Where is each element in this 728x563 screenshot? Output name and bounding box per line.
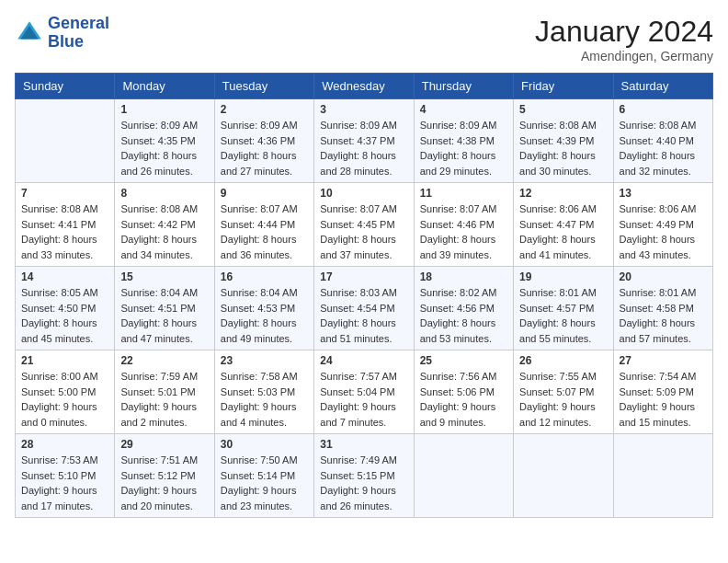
calendar-cell: 28Sunrise: 7:53 AMSunset: 5:10 PMDayligh… (16, 434, 115, 518)
day-number: 31 (320, 438, 407, 451)
day-info: Sunrise: 8:07 AMSunset: 4:46 PMDaylight:… (420, 201, 507, 262)
day-info: Sunrise: 8:09 AMSunset: 4:37 PMDaylight:… (320, 118, 407, 178)
calendar-cell: 10Sunrise: 8:07 AMSunset: 4:45 PMDayligh… (314, 183, 414, 267)
calendar-cell: 19Sunrise: 8:01 AMSunset: 4:57 PMDayligh… (514, 267, 613, 350)
calendar-cell: 21Sunrise: 8:00 AMSunset: 5:00 PMDayligh… (16, 350, 115, 434)
day-number: 30 (221, 438, 308, 451)
week-row-2: 7Sunrise: 8:08 AMSunset: 4:41 PMDaylight… (16, 183, 713, 267)
header-day-friday: Friday (514, 74, 613, 99)
header-row: SundayMondayTuesdayWednesdayThursdayFrid… (16, 74, 713, 99)
calendar-cell (414, 434, 513, 518)
day-number: 3 (320, 103, 407, 116)
location: Amendingen, Germany (535, 49, 713, 63)
day-info: Sunrise: 8:08 AMSunset: 4:39 PMDaylight:… (519, 118, 607, 178)
day-info: Sunrise: 7:50 AMSunset: 5:14 PMDaylight:… (221, 453, 308, 513)
day-info: Sunrise: 8:07 AMSunset: 4:45 PMDaylight:… (320, 201, 407, 262)
header-day-monday: Monday (115, 74, 214, 99)
day-number: 22 (120, 354, 208, 367)
week-row-5: 28Sunrise: 7:53 AMSunset: 5:10 PMDayligh… (16, 434, 713, 518)
day-number: 17 (320, 270, 407, 283)
day-number: 16 (221, 270, 308, 283)
day-info: Sunrise: 8:09 AMSunset: 4:35 PMDaylight:… (120, 118, 208, 178)
day-number: 13 (620, 187, 707, 200)
day-number: 1 (120, 103, 208, 116)
logo-line1: General (48, 14, 109, 32)
day-number: 15 (120, 270, 208, 283)
logo-text: General Blue (48, 15, 109, 52)
calendar-cell: 5Sunrise: 8:08 AMSunset: 4:39 PMDaylight… (514, 99, 613, 183)
day-info: Sunrise: 7:51 AMSunset: 5:12 PMDaylight:… (120, 453, 208, 513)
header-day-sunday: Sunday (16, 74, 115, 99)
week-row-1: 1Sunrise: 8:09 AMSunset: 4:35 PMDaylight… (16, 99, 713, 183)
logo-icon (15, 18, 44, 48)
calendar-cell: 20Sunrise: 8:01 AMSunset: 4:58 PMDayligh… (613, 267, 712, 350)
title-block: January 2024 Amendingen, Germany (535, 15, 713, 63)
calendar-cell: 17Sunrise: 8:03 AMSunset: 4:54 PMDayligh… (314, 267, 414, 350)
day-info: Sunrise: 8:04 AMSunset: 4:51 PMDaylight:… (120, 285, 208, 346)
header-day-tuesday: Tuesday (214, 74, 313, 99)
day-number: 25 (420, 354, 507, 367)
day-info: Sunrise: 8:01 AMSunset: 4:58 PMDaylight:… (620, 285, 707, 346)
calendar-cell: 6Sunrise: 8:08 AMSunset: 4:40 PMDaylight… (613, 99, 712, 183)
logo-line2: Blue (48, 32, 84, 51)
day-info: Sunrise: 8:08 AMSunset: 4:41 PMDaylight:… (21, 201, 108, 262)
day-number: 8 (120, 187, 208, 200)
day-number: 14 (21, 270, 108, 283)
day-info: Sunrise: 7:54 AMSunset: 5:09 PMDaylight:… (620, 369, 707, 430)
calendar-cell: 31Sunrise: 7:49 AMSunset: 5:15 PMDayligh… (314, 434, 414, 518)
calendar-cell: 27Sunrise: 7:54 AMSunset: 5:09 PMDayligh… (613, 350, 712, 434)
calendar-cell: 16Sunrise: 8:04 AMSunset: 4:53 PMDayligh… (214, 267, 313, 350)
day-info: Sunrise: 8:06 AMSunset: 4:47 PMDaylight:… (519, 201, 607, 262)
day-info: Sunrise: 7:59 AMSunset: 5:01 PMDaylight:… (120, 369, 208, 430)
day-info: Sunrise: 8:07 AMSunset: 4:44 PMDaylight:… (221, 201, 308, 262)
day-info: Sunrise: 8:03 AMSunset: 4:54 PMDaylight:… (320, 285, 407, 346)
day-info: Sunrise: 7:57 AMSunset: 5:04 PMDaylight:… (320, 369, 407, 430)
calendar-cell: 4Sunrise: 8:09 AMSunset: 4:38 PMDaylight… (414, 99, 513, 183)
calendar-cell (613, 434, 712, 518)
calendar-cell: 11Sunrise: 8:07 AMSunset: 4:46 PMDayligh… (414, 183, 513, 267)
day-number: 29 (120, 438, 208, 451)
day-info: Sunrise: 8:08 AMSunset: 4:42 PMDaylight:… (120, 201, 208, 262)
day-info: Sunrise: 8:04 AMSunset: 4:53 PMDaylight:… (221, 285, 308, 346)
day-number: 10 (320, 187, 407, 200)
calendar-cell: 13Sunrise: 8:06 AMSunset: 4:49 PMDayligh… (613, 183, 712, 267)
calendar-cell: 3Sunrise: 8:09 AMSunset: 4:37 PMDaylight… (314, 99, 414, 183)
day-info: Sunrise: 8:06 AMSunset: 4:49 PMDaylight:… (620, 201, 707, 262)
calendar-cell: 30Sunrise: 7:50 AMSunset: 5:14 PMDayligh… (214, 434, 313, 518)
day-number: 12 (519, 187, 607, 200)
day-number: 9 (221, 187, 308, 200)
calendar-cell: 2Sunrise: 8:09 AMSunset: 4:36 PMDaylight… (214, 99, 313, 183)
day-number: 2 (221, 103, 308, 116)
week-row-4: 21Sunrise: 8:00 AMSunset: 5:00 PMDayligh… (16, 350, 713, 434)
day-info: Sunrise: 8:01 AMSunset: 4:57 PMDaylight:… (519, 285, 607, 346)
week-row-3: 14Sunrise: 8:05 AMSunset: 4:50 PMDayligh… (16, 267, 713, 350)
calendar-cell: 14Sunrise: 8:05 AMSunset: 4:50 PMDayligh… (16, 267, 115, 350)
calendar-cell: 26Sunrise: 7:55 AMSunset: 5:07 PMDayligh… (514, 350, 613, 434)
day-number: 6 (620, 103, 707, 116)
calendar-cell: 8Sunrise: 8:08 AMSunset: 4:42 PMDaylight… (115, 183, 214, 267)
header-day-thursday: Thursday (414, 74, 513, 99)
day-info: Sunrise: 7:56 AMSunset: 5:06 PMDaylight:… (420, 369, 507, 430)
calendar-cell: 25Sunrise: 7:56 AMSunset: 5:06 PMDayligh… (414, 350, 513, 434)
calendar-cell (16, 99, 115, 183)
calendar-cell: 18Sunrise: 8:02 AMSunset: 4:56 PMDayligh… (414, 267, 513, 350)
calendar-cell: 23Sunrise: 7:58 AMSunset: 5:03 PMDayligh… (214, 350, 313, 434)
calendar-cell: 9Sunrise: 8:07 AMSunset: 4:44 PMDaylight… (214, 183, 313, 267)
day-info: Sunrise: 7:49 AMSunset: 5:15 PMDaylight:… (320, 453, 407, 513)
day-number: 11 (420, 187, 507, 200)
day-info: Sunrise: 7:55 AMSunset: 5:07 PMDaylight:… (519, 369, 607, 430)
calendar-header: SundayMondayTuesdayWednesdayThursdayFrid… (16, 74, 713, 99)
day-number: 19 (519, 270, 607, 283)
calendar-cell: 12Sunrise: 8:06 AMSunset: 4:47 PMDayligh… (514, 183, 613, 267)
calendar-cell: 15Sunrise: 8:04 AMSunset: 4:51 PMDayligh… (115, 267, 214, 350)
day-info: Sunrise: 8:08 AMSunset: 4:40 PMDaylight:… (620, 118, 707, 178)
day-number: 26 (519, 354, 607, 367)
day-number: 23 (221, 354, 308, 367)
calendar-cell (514, 434, 613, 518)
day-number: 27 (620, 354, 707, 367)
day-info: Sunrise: 8:09 AMSunset: 4:38 PMDaylight:… (420, 118, 507, 178)
calendar-cell: 24Sunrise: 7:57 AMSunset: 5:04 PMDayligh… (314, 350, 414, 434)
page-header: General Blue January 2024 Amendingen, Ge… (15, 15, 713, 63)
day-number: 21 (21, 354, 108, 367)
day-info: Sunrise: 8:09 AMSunset: 4:36 PMDaylight:… (221, 118, 308, 178)
